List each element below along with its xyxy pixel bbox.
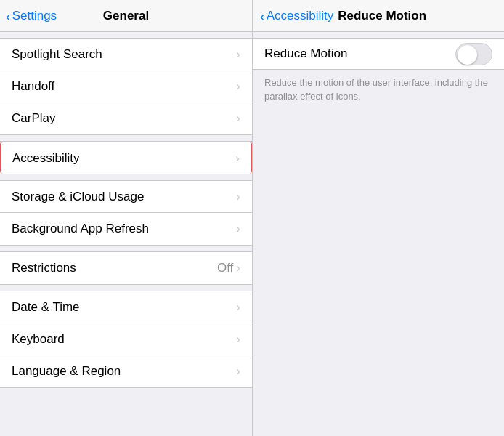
settings-back-button[interactable]: ‹ Settings	[6, 9, 57, 23]
spotlight-right: ›	[236, 47, 240, 62]
storage-label: Storage & iCloud Usage	[12, 190, 144, 204]
reduce-motion-description: Reduce the motion of the user interface,…	[264, 77, 488, 102]
spotlight-search-item[interactable]: Spotlight Search ›	[0, 39, 252, 70]
spotlight-chevron-icon: ›	[236, 47, 240, 62]
handoff-chevron-icon: ›	[236, 79, 240, 94]
restrictions-label: Restrictions	[12, 261, 76, 275]
settings-group-2: Accessibility ›	[0, 141, 252, 174]
language-region-item[interactable]: Language & Region ›	[0, 355, 252, 387]
date-time-item[interactable]: Date & Time ›	[0, 291, 252, 323]
keyboard-chevron-icon: ›	[236, 332, 240, 347]
storage-item[interactable]: Storage & iCloud Usage ›	[0, 181, 252, 213]
spotlight-search-label: Spotlight Search	[12, 47, 102, 62]
left-nav-header: ‹ Settings General	[0, 0, 252, 32]
right-nav-header: ‹ Accessibility Reduce Motion	[253, 0, 504, 32]
handoff-label: Handoff	[12, 79, 54, 94]
handoff-right: ›	[236, 79, 240, 94]
keyboard-right: ›	[236, 332, 240, 347]
accessibility-chevron-icon: ›	[235, 151, 240, 166]
keyboard-item[interactable]: Keyboard ›	[0, 323, 252, 355]
back-label: Settings	[12, 9, 57, 23]
carplay-chevron-icon: ›	[236, 111, 240, 126]
background-app-chevron-icon: ›	[236, 222, 240, 236]
date-time-chevron-icon: ›	[236, 300, 240, 315]
storage-right: ›	[236, 190, 240, 204]
settings-group-3: Storage & iCloud Usage › Background App …	[0, 180, 252, 246]
left-panel: ‹ Settings General Spotlight Search › Ha…	[0, 0, 252, 436]
settings-group-1: Spotlight Search › Handoff › CarPlay ›	[0, 38, 252, 135]
settings-group-5: Date & Time › Keyboard › Language & Regi…	[0, 291, 252, 388]
accessibility-item[interactable]: Accessibility ›	[0, 142, 252, 174]
restrictions-chevron-icon: ›	[236, 261, 240, 275]
reduce-motion-toggle[interactable]	[455, 43, 492, 65]
handoff-item[interactable]: Handoff ›	[0, 70, 252, 102]
back-chevron-icon: ‹	[6, 9, 11, 23]
language-region-right: ›	[236, 364, 240, 379]
accessibility-label: Accessibility	[12, 151, 80, 166]
restrictions-item[interactable]: Restrictions Off ›	[0, 252, 252, 284]
background-app-right: ›	[236, 222, 240, 236]
reduce-motion-description-box: Reduce the motion of the user interface,…	[253, 70, 504, 112]
background-app-item[interactable]: Background App Refresh ›	[0, 213, 252, 245]
right-content: Reduce Motion Reduce the motion of the u…	[253, 32, 504, 436]
left-nav-title: General	[103, 9, 149, 23]
right-back-label: Accessibility	[267, 9, 334, 23]
right-back-chevron-icon: ‹	[260, 9, 265, 23]
accessibility-back-button[interactable]: ‹ Accessibility	[260, 9, 333, 23]
carplay-item[interactable]: CarPlay ›	[0, 102, 252, 134]
right-nav-title: Reduce Motion	[338, 9, 426, 23]
background-app-label: Background App Refresh	[12, 222, 149, 236]
reduce-motion-label: Reduce Motion	[264, 47, 347, 61]
language-region-label: Language & Region	[12, 364, 121, 379]
toggle-knob	[458, 45, 477, 65]
carplay-right: ›	[236, 111, 240, 126]
restrictions-value: Off	[217, 261, 233, 275]
carplay-label: CarPlay	[12, 111, 55, 126]
restrictions-right: Off ›	[217, 261, 240, 275]
date-time-right: ›	[236, 300, 240, 315]
settings-group-4: Restrictions Off ›	[0, 251, 252, 285]
date-time-label: Date & Time	[12, 300, 80, 315]
storage-chevron-icon: ›	[236, 190, 240, 204]
keyboard-label: Keyboard	[12, 332, 65, 347]
right-panel: ‹ Accessibility Reduce Motion Reduce Mot…	[252, 0, 504, 436]
accessibility-right: ›	[235, 151, 240, 166]
language-region-chevron-icon: ›	[236, 364, 240, 379]
reduce-motion-row: Reduce Motion	[253, 38, 504, 70]
